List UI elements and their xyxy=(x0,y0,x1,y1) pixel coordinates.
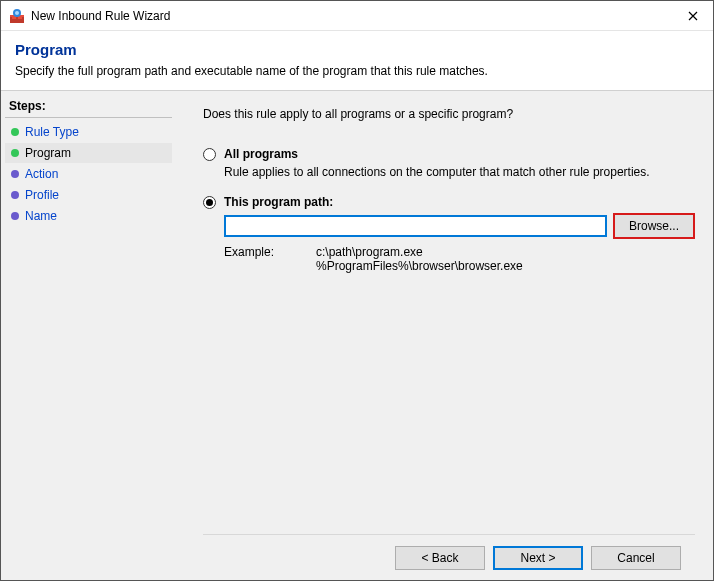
step-label: Program xyxy=(25,146,71,160)
window-title: New Inbound Rule Wizard xyxy=(31,9,673,23)
wizard-body: Steps: Rule Type Program Action Profile … xyxy=(1,90,713,580)
option-all-programs-row: All programs xyxy=(203,147,695,161)
step-name[interactable]: Name xyxy=(5,206,172,226)
firewall-icon xyxy=(9,8,25,24)
option-this-path-row: This program path: xyxy=(203,195,695,209)
steps-heading: Steps: xyxy=(5,97,172,118)
example-values: c:\path\program.exe %ProgramFiles%\brows… xyxy=(316,245,523,273)
steps-sidebar: Steps: Rule Type Program Action Profile … xyxy=(1,91,177,580)
option-path-label: This program path: xyxy=(224,195,333,209)
program-path-row: Browse... xyxy=(224,213,695,239)
example-row: Example: c:\path\program.exe %ProgramFil… xyxy=(224,245,695,273)
close-button[interactable] xyxy=(673,1,713,31)
step-profile[interactable]: Profile xyxy=(5,185,172,205)
radio-this-program-path[interactable] xyxy=(203,196,216,209)
bullet-icon xyxy=(11,149,19,157)
radio-all-programs[interactable] xyxy=(203,148,216,161)
step-program[interactable]: Program xyxy=(5,143,172,163)
wizard-footer: < Back Next > Cancel xyxy=(203,534,695,580)
step-label: Action xyxy=(25,167,58,181)
svg-rect-3 xyxy=(18,17,22,19)
bullet-icon xyxy=(11,128,19,136)
option-all-desc: Rule applies to all connections on the c… xyxy=(224,165,695,179)
titlebar: New Inbound Rule Wizard xyxy=(1,1,713,31)
example-label: Example: xyxy=(224,245,284,273)
step-label: Rule Type xyxy=(25,125,79,139)
content-pane: Does this rule apply to all programs or … xyxy=(177,91,713,580)
step-rule-type[interactable]: Rule Type xyxy=(5,122,172,142)
cancel-button[interactable]: Cancel xyxy=(591,546,681,570)
bullet-icon xyxy=(11,212,19,220)
back-button[interactable]: < Back xyxy=(395,546,485,570)
svg-rect-2 xyxy=(12,17,16,19)
step-label: Name xyxy=(25,209,57,223)
bullet-icon xyxy=(11,191,19,199)
wizard-window: New Inbound Rule Wizard Program Specify … xyxy=(0,0,714,581)
page-description: Specify the full program path and execut… xyxy=(15,64,699,78)
svg-point-5 xyxy=(15,11,19,15)
step-label: Profile xyxy=(25,188,59,202)
browse-button[interactable]: Browse... xyxy=(613,213,695,239)
page-title: Program xyxy=(15,41,699,58)
program-path-input[interactable] xyxy=(224,215,607,237)
step-action[interactable]: Action xyxy=(5,164,172,184)
option-all-label: All programs xyxy=(224,147,298,161)
content-inner: Does this rule apply to all programs or … xyxy=(203,107,695,534)
prompt-text: Does this rule apply to all programs or … xyxy=(203,107,695,121)
bullet-icon xyxy=(11,170,19,178)
next-button[interactable]: Next > xyxy=(493,546,583,570)
wizard-header: Program Specify the full program path an… xyxy=(1,31,713,90)
